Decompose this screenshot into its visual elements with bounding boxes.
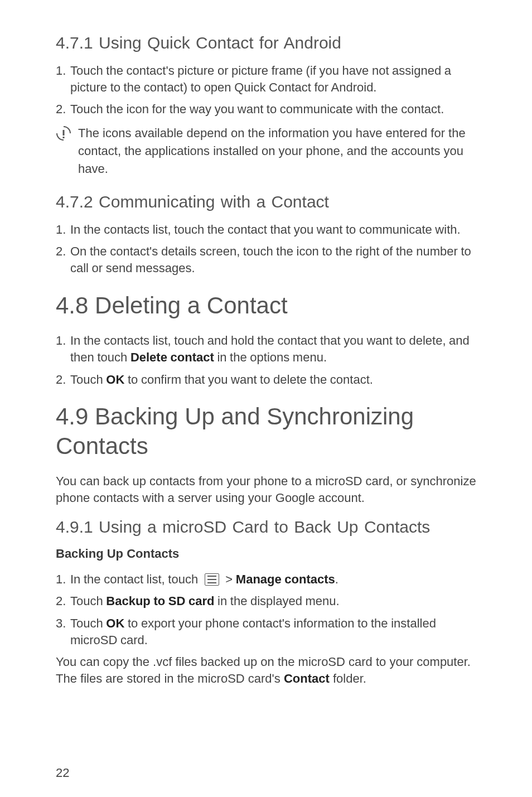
closing-4-9-1: You can copy the .vcf files backed up on… xyxy=(56,654,476,687)
page-number: 22 xyxy=(56,766,69,780)
list-text: Touch OK to export your phone contact's … xyxy=(70,615,476,648)
text-bold: OK xyxy=(106,616,124,630)
list-4-8: 1. In the contacts list, touch and hold … xyxy=(56,332,476,388)
heading-4-9: 4.9 Backing Up and Synchronizing Contact… xyxy=(56,402,476,461)
text-pre: Touch xyxy=(70,373,106,387)
text-post: in the displayed menu. xyxy=(214,594,339,608)
list-text: Touch the icon for the way you want to c… xyxy=(70,101,476,118)
text-bold: Delete contact xyxy=(130,350,214,364)
list-number: 1. xyxy=(56,332,70,349)
list-4-7-2: 1. In the contacts list, touch the conta… xyxy=(56,221,476,277)
note-text: The icons available depend on the inform… xyxy=(78,124,476,178)
text-bold: Contact xyxy=(284,672,330,685)
list-item: 2. Touch the icon for the way you want t… xyxy=(56,101,476,118)
list-item: 3. Touch OK to export your phone contact… xyxy=(56,615,476,648)
list-item: 1. In the contacts list, touch the conta… xyxy=(56,221,476,238)
gt-sep: > xyxy=(223,572,236,586)
list-number: 3. xyxy=(56,615,70,632)
text-post: to export your phone contact's informati… xyxy=(70,616,436,647)
list-text: In the contacts list, touch the contact … xyxy=(70,221,476,238)
list-item: 1. In the contacts list, touch and hold … xyxy=(56,332,476,365)
list-item: 2. Touch OK to confirm that you want to … xyxy=(56,371,476,388)
list-number: 2. xyxy=(56,371,70,388)
menu-icon xyxy=(205,573,219,586)
heading-4-9-1: 4.9.1 Using a microSD Card to Back Up Co… xyxy=(56,518,476,537)
text-bold: OK xyxy=(106,373,124,387)
heading-4-7-2: 4.7.2 Communicating with a Contact xyxy=(56,192,476,211)
list-text: In the contacts list, touch and hold the… xyxy=(70,332,476,365)
text-bold: Backup to SD card xyxy=(106,594,214,608)
svg-rect-1 xyxy=(63,137,65,138)
list-number: 2. xyxy=(56,101,70,118)
text-pre: Touch xyxy=(70,594,106,608)
list-text: Touch Backup to SD card in the displayed… xyxy=(70,593,476,610)
text-post: folder. xyxy=(330,672,366,685)
list-text: Touch OK to confirm that you want to del… xyxy=(70,371,476,388)
text-post: . xyxy=(335,572,338,586)
intro-4-9: You can back up contacts from your phone… xyxy=(56,473,476,506)
heading-4-8: 4.8 Deleting a Contact xyxy=(56,291,476,321)
svg-rect-0 xyxy=(63,130,65,136)
list-text: Touch the contact's picture or picture f… xyxy=(70,62,476,95)
subheading-backing-up: Backing Up Contacts xyxy=(56,547,476,561)
text-pre: Touch xyxy=(70,616,106,630)
text-pre: You can copy the .vcf files backed up on… xyxy=(56,655,471,685)
text-post: to confirm that you want to delete the c… xyxy=(124,373,373,387)
heading-4-7-1: 4.7.1 Using Quick Contact for Android xyxy=(56,33,476,52)
list-number: 1. xyxy=(56,62,70,79)
text-post: in the options menu. xyxy=(214,350,327,364)
list-item: 2. On the contact's details screen, touc… xyxy=(56,243,476,276)
list-number: 1. xyxy=(56,571,70,588)
list-number: 2. xyxy=(56,243,70,260)
list-item: 2. Touch Backup to SD card in the displa… xyxy=(56,593,476,610)
alert-icon xyxy=(56,125,71,143)
note-callout: The icons available depend on the inform… xyxy=(56,124,476,178)
list-text: In the contact list, touch > Manage cont… xyxy=(70,571,476,588)
list-4-9-1: 1. In the contact list, touch > Manage c… xyxy=(56,571,476,649)
list-number: 1. xyxy=(56,221,70,238)
list-item: 1. In the contact list, touch > Manage c… xyxy=(56,571,476,588)
text-pre: In the contact list, touch xyxy=(70,572,201,586)
list-4-7-1: 1. Touch the contact's picture or pictur… xyxy=(56,62,476,118)
list-number: 2. xyxy=(56,593,70,610)
list-item: 1. Touch the contact's picture or pictur… xyxy=(56,62,476,95)
text-bold: Manage contacts xyxy=(236,572,335,586)
list-text: On the contact's details screen, touch t… xyxy=(70,243,476,276)
